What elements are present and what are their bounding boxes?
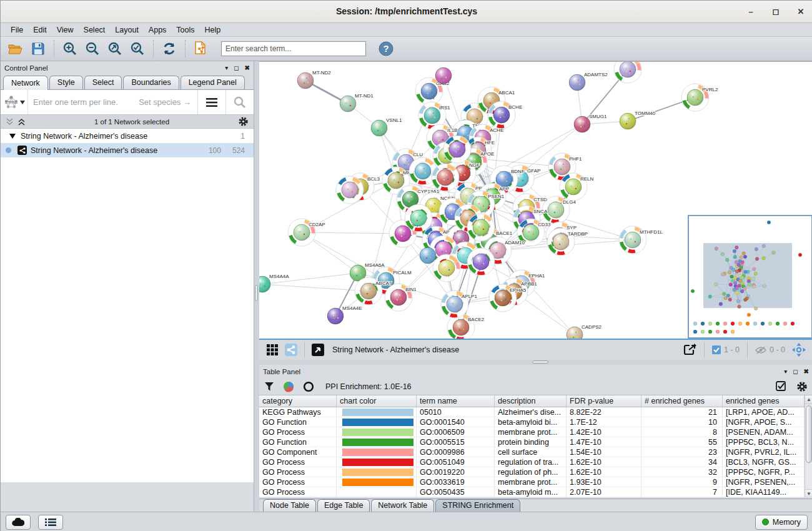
table-row[interactable]: GO ProcessGO:0033619membrane prot...1.93… bbox=[259, 477, 812, 487]
string-terms-input[interactable] bbox=[28, 97, 139, 107]
close-panel-icon[interactable]: ✖ bbox=[804, 368, 809, 375]
network-node[interactable]: RELN bbox=[560, 173, 594, 201]
network-node[interactable]: MS4A4E bbox=[327, 305, 362, 324]
maximize-button[interactable]: ◻ bbox=[770, 6, 781, 17]
minimize-button[interactable]: – bbox=[745, 6, 756, 17]
menu-edit[interactable]: Edit bbox=[28, 24, 52, 36]
detach-view-button[interactable] bbox=[310, 340, 326, 359]
network-node[interactable] bbox=[405, 204, 432, 232]
enrichment-table[interactable]: categorychart colorterm namedescriptionF… bbox=[259, 395, 812, 497]
network-node[interactable]: MTHFD1L bbox=[619, 226, 663, 254]
open-session-button[interactable] bbox=[6, 39, 26, 58]
menu-view[interactable]: View bbox=[52, 24, 79, 36]
column-header-chart-color[interactable]: chart color bbox=[337, 395, 417, 407]
menu-file[interactable]: File bbox=[6, 24, 28, 36]
table-row[interactable]: GO ProcessGO:0006509membrane prot...1.42… bbox=[259, 427, 812, 437]
table-row[interactable]: GO ComponentGO:0009986cell surface1.54E-… bbox=[259, 447, 812, 457]
tab-legend-panel[interactable]: Legend Panel bbox=[181, 76, 245, 89]
menu-help[interactable]: Help bbox=[200, 24, 226, 36]
column-header-enriched-genes[interactable]: enriched genes bbox=[723, 395, 805, 407]
menu-apps[interactable]: Apps bbox=[144, 24, 172, 36]
scroll-thumb[interactable] bbox=[806, 405, 812, 463]
export-network-button[interactable] bbox=[681, 340, 699, 359]
collapse-all-icon[interactable] bbox=[6, 118, 14, 126]
network-node[interactable]: TOMM40 bbox=[620, 111, 656, 129]
column-header-description[interactable]: description bbox=[495, 395, 567, 407]
zoom-fit-button[interactable] bbox=[105, 39, 125, 58]
zoom-selected-button[interactable] bbox=[127, 39, 147, 58]
network-node[interactable] bbox=[435, 67, 452, 84]
filter-icon[interactable] bbox=[264, 382, 274, 392]
network-node[interactable]: CADPS2 bbox=[567, 324, 602, 339]
string-options-button[interactable] bbox=[198, 90, 225, 114]
close-button[interactable]: ✕ bbox=[795, 6, 806, 17]
table-row[interactable]: GO ProcessGO:0050435beta-amyloid m...2.0… bbox=[259, 487, 812, 497]
network-node[interactable] bbox=[433, 254, 460, 282]
maximize-panel-icon[interactable]: ◻ bbox=[793, 368, 798, 375]
reset-charts-icon[interactable] bbox=[303, 381, 314, 392]
navigator-graph[interactable] bbox=[689, 216, 811, 337]
network-node[interactable]: PVRL2 bbox=[681, 84, 718, 111]
birds-eye-navigator[interactable] bbox=[688, 215, 812, 339]
cloud-tasks-button[interactable] bbox=[6, 515, 31, 530]
tab-string-enrichment[interactable]: STRING Enrichment bbox=[435, 499, 520, 512]
string-search-button[interactable] bbox=[226, 90, 254, 114]
tab-edge-table[interactable]: Edge Table bbox=[317, 499, 370, 512]
expand-all-icon[interactable] bbox=[17, 118, 26, 126]
scroll-up-arrow[interactable]: ▲ bbox=[805, 395, 812, 404]
horizontal-splitter[interactable] bbox=[259, 360, 812, 365]
tab-boundaries[interactable]: Boundaries bbox=[123, 76, 179, 89]
network-row[interactable]: String Network - Alzheimer's disease 100… bbox=[1, 143, 254, 157]
search-input[interactable] bbox=[221, 41, 366, 56]
settings-gear-icon[interactable] bbox=[796, 381, 808, 392]
network-node[interactable]: EPHA5 bbox=[489, 284, 527, 312]
table-row[interactable]: KEGG Pathways05010Alzheimer's dise...8.8… bbox=[259, 407, 812, 417]
string-view-button[interactable] bbox=[283, 340, 299, 359]
network-node[interactable] bbox=[614, 62, 641, 83]
network-node[interactable]: APLP1 bbox=[441, 290, 477, 318]
splitter-grip-h[interactable] bbox=[532, 360, 548, 364]
network-node[interactable]: BCHE bbox=[488, 101, 522, 129]
tab-network[interactable]: Network bbox=[3, 76, 48, 90]
tree-expander-icon[interactable] bbox=[9, 134, 16, 139]
menu-select[interactable]: Select bbox=[79, 24, 111, 36]
navigator-toggle-button[interactable] bbox=[790, 340, 808, 359]
task-history-button[interactable] bbox=[38, 515, 63, 530]
network-node[interactable] bbox=[420, 247, 436, 264]
column-header--enriched-genes[interactable]: # enriched genes bbox=[641, 395, 723, 407]
string-protein-query-button[interactable]: STRING bbox=[1, 90, 28, 114]
network-node[interactable] bbox=[443, 136, 471, 163]
import-network-button[interactable] bbox=[191, 39, 211, 58]
column-header-FDR-p-value[interactable]: FDR p-value bbox=[567, 395, 641, 407]
network-node[interactable] bbox=[467, 248, 495, 275]
menu-layout[interactable]: Layout bbox=[110, 24, 144, 36]
draw-charts-icon[interactable] bbox=[283, 381, 294, 392]
network-collection-row[interactable]: String Network - Alzheimer's disease 1 bbox=[1, 129, 254, 143]
tab-network-table[interactable]: Network Table bbox=[371, 499, 434, 512]
network-node[interactable]: BIN1 bbox=[385, 284, 417, 311]
network-node[interactable]: TARDBP bbox=[547, 228, 588, 256]
network-node[interactable] bbox=[467, 214, 495, 241]
memory-button[interactable]: Memory bbox=[755, 515, 808, 530]
save-session-button[interactable] bbox=[28, 39, 48, 58]
table-vertical-scrollbar[interactable]: ▲ ▼ bbox=[805, 395, 812, 497]
help-button[interactable]: ? bbox=[376, 39, 396, 58]
maximize-panel-icon[interactable]: ◻ bbox=[234, 64, 239, 71]
network-node[interactable]: MT-ND1 bbox=[340, 93, 374, 112]
gear-icon[interactable] bbox=[238, 116, 249, 127]
scroll-down-arrow[interactable]: ▼ bbox=[805, 489, 812, 497]
set-species-hint[interactable]: Set species → bbox=[139, 97, 197, 107]
splitter-grip[interactable] bbox=[255, 285, 258, 301]
tab-node-table[interactable]: Node Table bbox=[263, 499, 316, 512]
float-panel-icon[interactable]: ▾ bbox=[784, 368, 787, 375]
tab-select[interactable]: Select bbox=[84, 76, 122, 89]
table-row[interactable]: GO ProcessGO:0051049regulation of tra...… bbox=[259, 457, 812, 467]
table-row[interactable]: GO FunctionGO:0005515protein binding1.47… bbox=[259, 437, 812, 447]
tab-style[interactable]: Style bbox=[49, 76, 83, 89]
float-panel-icon[interactable]: ▾ bbox=[225, 64, 228, 71]
vertical-splitter[interactable] bbox=[254, 61, 259, 512]
network-node[interactable] bbox=[336, 176, 364, 204]
network-node[interactable] bbox=[432, 164, 459, 191]
table-row[interactable]: GO FunctionGO:0001540beta-amyloid bi...1… bbox=[259, 417, 812, 427]
select-columns-icon[interactable] bbox=[776, 381, 786, 392]
